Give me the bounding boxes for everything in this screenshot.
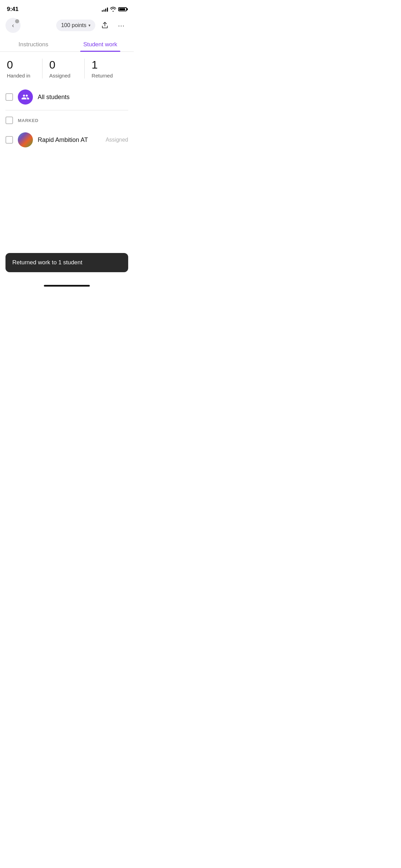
status-icons bbox=[102, 7, 127, 12]
back-button[interactable]: ‹ bbox=[5, 18, 21, 33]
all-students-checkbox[interactable] bbox=[5, 93, 13, 101]
battery-icon bbox=[118, 7, 127, 11]
share-icon bbox=[101, 22, 109, 29]
avatar-dot bbox=[15, 19, 19, 23]
home-indicator bbox=[44, 285, 90, 287]
assigned-count: 0 bbox=[49, 59, 85, 71]
tab-student-work[interactable]: Student work bbox=[67, 37, 134, 51]
handed-in-count: 0 bbox=[7, 59, 42, 71]
signal-icon bbox=[102, 7, 108, 12]
more-button[interactable]: ··· bbox=[114, 19, 128, 32]
student-avatar bbox=[18, 132, 33, 147]
returned-count: 1 bbox=[92, 59, 127, 71]
points-button[interactable]: 100 points ▾ bbox=[56, 20, 95, 31]
share-button[interactable] bbox=[98, 19, 112, 32]
tabs: Instructions Student work bbox=[0, 37, 134, 52]
status-time: 9:41 bbox=[7, 6, 19, 13]
tab-instructions[interactable]: Instructions bbox=[0, 37, 67, 51]
stat-returned: 1 Returned bbox=[84, 59, 127, 79]
student-row[interactable]: Rapid Ambition AT Assigned bbox=[5, 128, 128, 152]
all-students-label: All students bbox=[38, 94, 70, 101]
student-checkbox[interactable] bbox=[5, 136, 13, 144]
stat-handed-in: 0 Handed in bbox=[7, 59, 42, 79]
student-name: Rapid Ambition AT bbox=[38, 136, 101, 144]
student-list: All students MARKED Rapid Ambition AT As… bbox=[0, 84, 134, 152]
points-label: 100 points bbox=[61, 22, 86, 28]
section-header-row: MARKED bbox=[5, 110, 128, 128]
student-avatar-image bbox=[18, 132, 33, 147]
back-chevron-icon: ‹ bbox=[12, 22, 14, 29]
people-icon bbox=[21, 93, 29, 101]
points-chevron-icon: ▾ bbox=[88, 23, 90, 28]
stat-assigned: 0 Assigned bbox=[42, 59, 85, 79]
handed-in-label: Handed in bbox=[7, 73, 42, 79]
section-header-label: MARKED bbox=[18, 118, 38, 123]
wifi-icon bbox=[110, 7, 116, 12]
assigned-label: Assigned bbox=[49, 73, 85, 79]
returned-label: Returned bbox=[92, 73, 127, 79]
all-students-row[interactable]: All students bbox=[5, 84, 128, 110]
status-bar: 9:41 bbox=[0, 0, 134, 16]
all-students-avatar bbox=[18, 89, 33, 105]
section-checkbox[interactable] bbox=[5, 117, 13, 124]
toast-notification: Returned work to 1 student bbox=[5, 253, 128, 272]
student-status: Assigned bbox=[106, 137, 128, 143]
more-icon: ··· bbox=[118, 22, 125, 29]
nav-bar: ‹ 100 points ▾ ··· bbox=[0, 16, 134, 36]
stats-row: 0 Handed in 0 Assigned 1 Returned bbox=[0, 52, 134, 84]
toast-message: Returned work to 1 student bbox=[12, 259, 82, 266]
